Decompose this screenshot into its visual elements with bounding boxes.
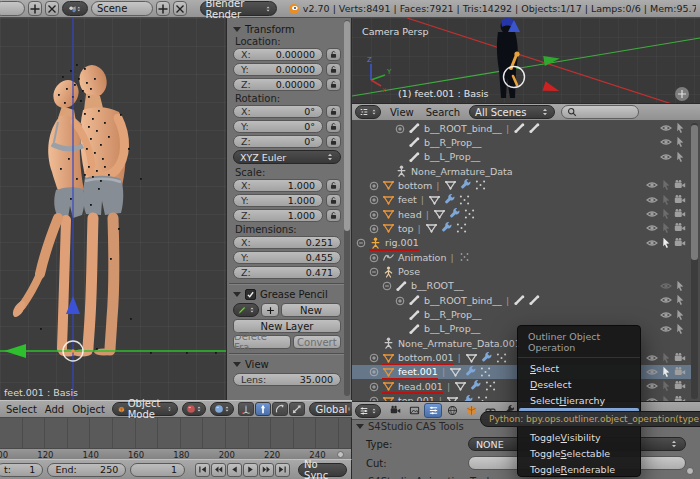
outliner-row[interactable]: Animation| — [352, 250, 692, 264]
outliner-row[interactable]: None_Armature_Data — [352, 164, 692, 178]
eye-toggle-icon[interactable] — [660, 294, 672, 306]
lock-button[interactable] — [326, 105, 341, 118]
transform-panel-header[interactable]: Transform — [233, 22, 341, 36]
properties-tab-render-layers[interactable] — [405, 403, 423, 418]
play-button[interactable] — [243, 463, 258, 477]
eye-toggle-icon[interactable] — [646, 208, 658, 220]
eye-toggle-icon[interactable] — [660, 323, 672, 335]
lock-button[interactable] — [326, 48, 341, 61]
rotation-y-field[interactable]: Y:0° — [233, 120, 323, 133]
jump-to-start-button[interactable] — [195, 463, 210, 477]
expander-icon[interactable] — [369, 381, 382, 392]
grease-pencil-panel-header[interactable]: Grease Pencil — [233, 287, 341, 301]
panel-drag-knob[interactable] — [686, 467, 694, 475]
cursor-toggle-icon[interactable] — [674, 294, 686, 306]
camera-toggle-icon[interactable] — [674, 179, 686, 191]
current-frame-field[interactable]: 1 — [130, 463, 185, 477]
add-scene-button[interactable] — [156, 1, 170, 16]
rotation-x-field[interactable]: X:0° — [233, 105, 323, 118]
translate-manipulator-button[interactable] — [255, 402, 271, 416]
camera-toggle-icon[interactable] — [674, 366, 686, 378]
jump-to-end-button[interactable] — [275, 463, 290, 477]
play-reverse-button[interactable] — [227, 463, 242, 477]
outliner-row[interactable]: top| — [352, 221, 692, 235]
frame-start-field[interactable]: t: 1 — [0, 463, 43, 477]
grease-pencil-checkbox[interactable] — [245, 289, 256, 300]
scale-x-field[interactable]: X:1.000 — [233, 179, 323, 192]
expander-icon[interactable] — [356, 237, 369, 248]
orientation-select[interactable]: Global — [309, 402, 357, 416]
outliner-row[interactable]: bottom| — [352, 178, 692, 192]
location-y-field[interactable]: Y:0.00000 — [233, 63, 323, 76]
screen-layout-field[interactable] — [0, 1, 25, 16]
scale-manipulator-button[interactable] — [289, 402, 305, 416]
fast-forward-button[interactable] — [259, 463, 274, 477]
manipulator-axis-button[interactable] — [238, 402, 254, 416]
cursor-toggle-icon[interactable] — [660, 179, 672, 191]
outliner-row[interactable]: b__ROOT_bind__| — [352, 121, 692, 135]
cursor-toggle-icon[interactable] — [674, 323, 686, 335]
lock-button[interactable] — [326, 179, 341, 192]
blender-logo-icon[interactable] — [288, 2, 300, 16]
eye-toggle-icon[interactable] — [646, 179, 658, 191]
menu-item-deselect[interactable]: Deselect — [518, 376, 640, 392]
npanel-scrollbar[interactable] — [344, 20, 350, 396]
viewport-shading-select[interactable] — [182, 402, 206, 416]
expander-icon[interactable] — [382, 280, 395, 291]
scene-name-field[interactable]: Scene — [91, 1, 153, 16]
menu-select[interactable]: Select — [3, 404, 40, 415]
expander-icon[interactable] — [395, 295, 408, 306]
cursor-toggle-icon[interactable] — [674, 280, 686, 292]
eye-toggle-icon[interactable] — [646, 194, 658, 206]
delete-frame-button[interactable]: Delete Fra... — [233, 335, 291, 349]
mode-select[interactable]: Object Mode — [112, 402, 179, 416]
editor-type-select[interactable] — [355, 105, 381, 119]
editor-type-select[interactable] — [355, 404, 381, 418]
outliner-row[interactable]: b__L_Prop__ — [352, 150, 692, 164]
camera-toggle-icon[interactable] — [674, 352, 686, 364]
cursor-toggle-icon[interactable] — [674, 309, 686, 321]
eye-toggle-icon[interactable] — [660, 151, 672, 163]
eye-toggle-icon[interactable] — [660, 136, 672, 148]
cursor-toggle-icon[interactable] — [660, 222, 672, 234]
render-engine-select[interactable]: Blender Render — [200, 1, 277, 16]
gp-new-button[interactable]: New — [281, 303, 341, 317]
lock-button[interactable] — [326, 78, 341, 91]
timeline[interactable]: 100120140160180200220240 — [0, 418, 352, 459]
eye-toggle-icon[interactable] — [646, 380, 658, 392]
eye-toggle-icon[interactable] — [660, 122, 672, 134]
expander-icon[interactable] — [369, 252, 382, 263]
camera-toggle-icon[interactable] — [674, 194, 686, 206]
expander-icon[interactable] — [369, 180, 382, 191]
properties-tab-object[interactable] — [462, 403, 480, 418]
camera-toggle-icon[interactable] — [674, 208, 686, 220]
outliner-row[interactable]: head| — [352, 207, 692, 221]
expander-icon[interactable] — [369, 194, 382, 205]
viewport-3d[interactable]: feet.001 : Basis — [0, 18, 227, 400]
search-menu[interactable]: Search — [423, 107, 463, 118]
draw-mode-button[interactable] — [233, 303, 259, 317]
outliner-row[interactable]: b__ROOT__ — [352, 279, 692, 293]
cursor-toggle-icon[interactable] — [674, 122, 686, 134]
cursor-toggle-icon[interactable] — [660, 366, 672, 378]
cursor-toggle-icon[interactable] — [674, 136, 686, 148]
camera-toggle-icon[interactable] — [674, 380, 686, 392]
eye-toggle-icon[interactable] — [660, 280, 672, 292]
outliner-row[interactable]: feet| — [352, 193, 692, 207]
lens-field[interactable]: Lens: 35.000 — [233, 373, 341, 386]
sync-mode-select[interactable]: No Sync — [298, 463, 347, 477]
cursor-toggle-icon[interactable] — [660, 194, 672, 206]
eye-toggle-icon[interactable] — [646, 366, 658, 378]
expander-icon[interactable] — [369, 209, 382, 220]
location-x-field[interactable]: X:0.00000 — [233, 48, 323, 61]
frame-end-field[interactable]: End: 250 — [47, 463, 126, 477]
outliner-row[interactable]: b__R_Prop__ — [352, 135, 692, 149]
scene-browse-button[interactable] — [62, 1, 88, 16]
lock-button[interactable] — [326, 135, 341, 148]
eye-toggle-icon[interactable] — [646, 237, 658, 249]
gp-add-button[interactable] — [261, 303, 279, 317]
cursor-toggle-icon[interactable] — [660, 352, 672, 364]
dimensions-x-field[interactable]: X:0.251 — [233, 236, 341, 249]
location-z-field[interactable]: Z:0.00000 — [233, 78, 323, 91]
rewind-button[interactable] — [211, 463, 226, 477]
